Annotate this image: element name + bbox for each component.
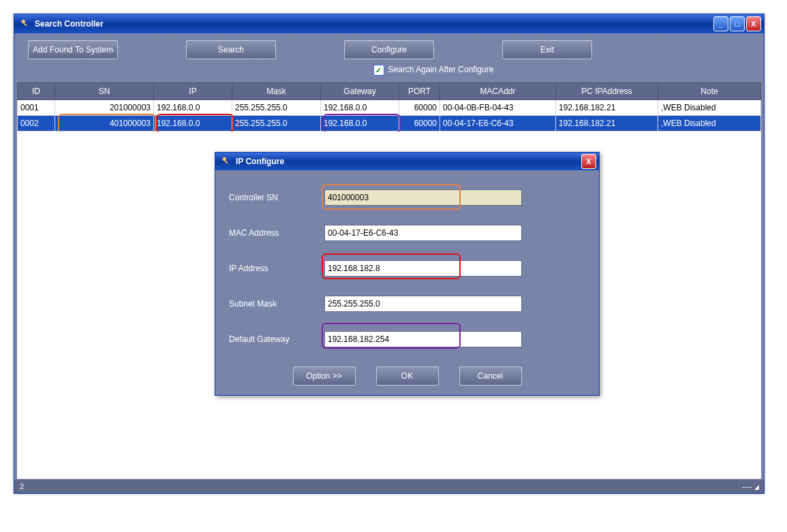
input-ip[interactable]: 192.168.182.8 (324, 260, 522, 277)
row-mask: Subnet Mask 255.255.255.0 (229, 296, 585, 312)
titlebar[interactable]: Search Controller _ □ X (14, 14, 764, 33)
dialog-title: IP Configure (236, 157, 580, 166)
svg-point-2 (223, 157, 226, 161)
maximize-button[interactable]: □ (730, 16, 745, 31)
ip-configure-dialog: IP Configure X Controller SN 401000003 M… (215, 152, 600, 396)
status-left: 2 (20, 482, 24, 490)
controller-table: ID SN IP Mask Gateway PORT MACAddr PC IP… (17, 82, 761, 131)
table-empty-area: IP Configure X Controller SN 401000003 M… (17, 131, 761, 479)
table-row[interactable]: 0001 201000003 192.168.0.0 255.255.255.0… (18, 100, 761, 116)
close-button[interactable]: X (746, 16, 761, 31)
label-mac: MAC Address (229, 228, 324, 238)
resize-grip-icon[interactable]: ◢ (754, 484, 758, 490)
dialog-titlebar[interactable]: IP Configure X (215, 153, 599, 170)
svg-point-0 (22, 20, 25, 23)
minimize-button[interactable]: _ (713, 16, 728, 31)
app-icon (20, 18, 31, 29)
cancel-button[interactable]: Cancel (459, 366, 522, 386)
svg-rect-3 (224, 160, 228, 163)
search-button[interactable]: Search (186, 40, 276, 59)
row-gateway: Default Gateway 192.168.182.254 (229, 331, 585, 347)
col-mask[interactable]: Mask (232, 83, 321, 100)
status-right: ---- ◢ (742, 482, 758, 490)
statusbar: 2 ---- ◢ (14, 479, 764, 493)
search-again-label: Search Again After Configure (388, 65, 494, 76)
label-mask: Subnet Mask (229, 299, 324, 309)
option-button[interactable]: Option >> (293, 366, 356, 386)
input-mac[interactable]: 00-04-17-E6-C6-43 (324, 225, 522, 241)
label-gateway: Default Gateway (229, 334, 324, 344)
svg-rect-1 (23, 22, 27, 26)
search-again-checkbox[interactable]: ✓ (373, 65, 384, 76)
checkbox-row: ✓ Search Again After Configure (103, 62, 764, 82)
table-row[interactable]: 0002 401000003 192.168.0.0 255.255.255.0… (18, 116, 761, 131)
col-port[interactable]: PORT (399, 83, 440, 100)
dialog-body: Controller SN 401000003 MAC Address 00-0… (215, 170, 599, 395)
col-id[interactable]: ID (18, 83, 55, 100)
row-sn: Controller SN 401000003 (229, 189, 585, 206)
col-pcip[interactable]: PC IPAddress (556, 83, 658, 100)
input-mask[interactable]: 255.255.255.0 (324, 296, 522, 312)
add-found-button[interactable]: Add Found To System (28, 40, 118, 59)
label-ip: IP Address (229, 264, 324, 273)
search-controller-window: Search Controller _ □ X Add Found To Sys… (14, 14, 765, 494)
configure-button[interactable]: Configure (344, 40, 434, 59)
col-sn[interactable]: SN (55, 83, 154, 100)
dialog-close-button[interactable]: X (581, 154, 596, 169)
col-ip[interactable]: IP (154, 83, 232, 100)
app-icon (221, 156, 232, 167)
input-gateway[interactable]: 192.168.182.254 (324, 331, 522, 347)
row-mac: MAC Address 00-04-17-E6-C6-43 (229, 225, 585, 241)
main-area: Add Found To System Search Configure Exi… (14, 33, 764, 479)
exit-button[interactable]: Exit (502, 40, 592, 59)
row-ip: IP Address 192.168.182.8 (229, 260, 585, 277)
table-header-row: ID SN IP Mask Gateway PORT MACAddr PC IP… (18, 83, 761, 100)
window-title: Search Controller (35, 19, 712, 29)
toolbar: Add Found To System Search Configure Exi… (14, 33, 764, 62)
dialog-buttons: Option >> OK Cancel (229, 366, 585, 386)
ok-button[interactable]: OK (376, 366, 439, 386)
col-note[interactable]: Note (658, 83, 761, 100)
label-sn: Controller SN (229, 193, 324, 202)
col-mac[interactable]: MACAddr (440, 83, 556, 100)
col-gateway[interactable]: Gateway (321, 83, 399, 100)
input-sn[interactable]: 401000003 (324, 189, 522, 206)
